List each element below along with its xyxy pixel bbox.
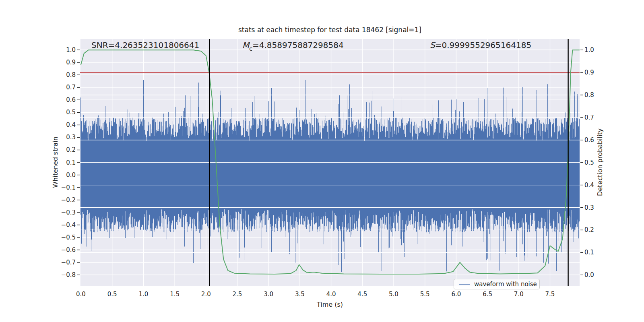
y-right-tick-label: 0.0 bbox=[584, 271, 594, 279]
x-axis-label: Time (s) bbox=[80, 301, 580, 308]
y-right-tick-label: 0.5 bbox=[584, 159, 594, 167]
mc-value: =4.858975887298584 bbox=[252, 40, 344, 50]
y-right-tick-label: 0.7 bbox=[584, 114, 594, 122]
mc-symbol: M bbox=[242, 40, 249, 50]
y-axis-right-label: Detection probability bbox=[596, 128, 604, 196]
mc-subscript: c bbox=[249, 45, 252, 52]
x-tick-label: 2.5 bbox=[228, 290, 247, 298]
x-tick-label: 1.5 bbox=[165, 290, 184, 298]
y-left-tick-label: −0.4 bbox=[61, 221, 76, 229]
x-tick-label: 5.0 bbox=[384, 290, 403, 298]
chart-title: stats at each timestep for test data 184… bbox=[80, 26, 580, 34]
x-tick-label: 7.5 bbox=[541, 290, 560, 298]
y-left-tick-label: −0.1 bbox=[61, 184, 76, 192]
y-left-tick-label: −0.2 bbox=[61, 196, 76, 204]
y-left-tick-label: 0.8 bbox=[66, 71, 76, 79]
x-tick-label: 5.5 bbox=[415, 290, 435, 298]
y-left-tick-label: 0.9 bbox=[66, 58, 76, 66]
x-tick-label: 3.0 bbox=[259, 290, 278, 298]
y-left-tick-label: 0.6 bbox=[66, 96, 76, 104]
legend: waveform with noise bbox=[454, 279, 540, 289]
y-right-tick-label: 0.8 bbox=[584, 91, 594, 99]
y-left-tick-label: −0.6 bbox=[61, 246, 76, 254]
x-tick-label: 0.0 bbox=[71, 290, 91, 298]
x-tick-label: 4.5 bbox=[353, 290, 372, 298]
y-right-tick-label: 0.2 bbox=[584, 226, 594, 234]
x-tick-label: 1.0 bbox=[134, 290, 153, 298]
legend-label: waveform with noise bbox=[474, 281, 537, 288]
chirp-mass-annotation: Mc=4.858975887298584 bbox=[242, 40, 344, 51]
y-left-tick-label: −0.7 bbox=[61, 258, 76, 266]
y-left-tick-label: −0.5 bbox=[61, 233, 76, 242]
y-left-tick-label: 1.0 bbox=[66, 46, 76, 54]
x-tick-label: 7.0 bbox=[509, 290, 528, 298]
s-symbol: S bbox=[430, 40, 435, 50]
y-left-tick-label: 0.1 bbox=[66, 159, 76, 167]
x-tick-label: 6.5 bbox=[478, 290, 497, 298]
y-left-tick-label: −0.8 bbox=[61, 271, 76, 279]
y-left-tick-label: 0.2 bbox=[66, 146, 76, 154]
y-left-tick-label: 0.0 bbox=[66, 171, 76, 179]
y-left-tick-label: 0.7 bbox=[66, 83, 76, 91]
x-tick-label: 3.5 bbox=[290, 290, 310, 298]
s-value: =0.9999552965164185 bbox=[435, 40, 531, 50]
snr-annotation: SNR=4.263523101806641 bbox=[91, 40, 199, 50]
figure: stats at each timestep for test data 184… bbox=[0, 0, 644, 322]
y-left-tick-label: 0.4 bbox=[66, 121, 76, 129]
y-right-tick-label: 0.6 bbox=[584, 136, 594, 144]
x-tick-label: 2.0 bbox=[196, 290, 216, 298]
y-left-tick-label: −0.3 bbox=[61, 208, 76, 217]
snr-text: SNR=4.263523101806641 bbox=[91, 40, 199, 50]
y-right-tick-label: 1.0 bbox=[584, 46, 594, 54]
y-right-tick-label: 0.3 bbox=[584, 204, 594, 212]
legend-line-sample bbox=[459, 284, 470, 285]
y-right-tick-label: 0.1 bbox=[584, 248, 594, 256]
y-left-tick-label: 0.5 bbox=[66, 108, 76, 116]
y-left-tick-label: 0.3 bbox=[66, 133, 76, 141]
x-tick-label: 0.5 bbox=[103, 290, 122, 298]
x-tick-label: 4.0 bbox=[322, 290, 341, 298]
x-tick-label: 6.0 bbox=[446, 290, 466, 298]
y-axis-left-label: Whitened strain bbox=[52, 136, 59, 188]
s-score-annotation: S=0.9999552965164185 bbox=[430, 40, 531, 50]
y-right-tick-label: 0.9 bbox=[584, 68, 594, 76]
y-right-tick-label: 0.4 bbox=[584, 181, 594, 189]
